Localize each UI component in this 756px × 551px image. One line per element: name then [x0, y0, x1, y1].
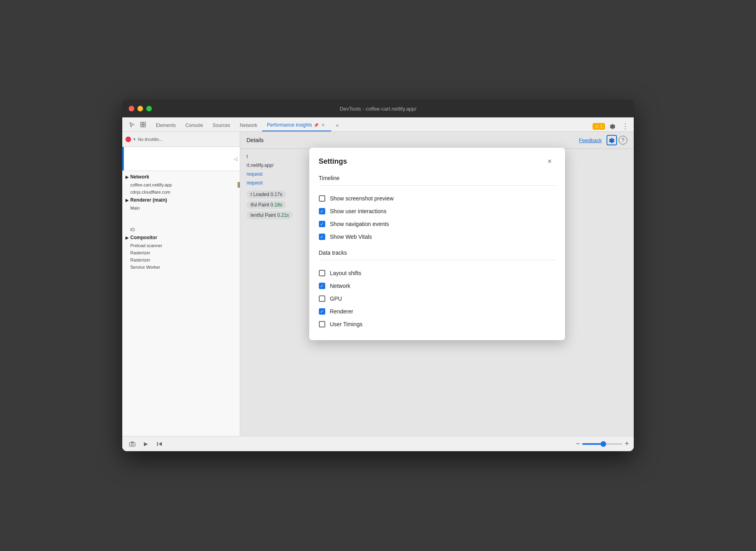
tab-performance-insights[interactable]: Performance insights 📌 ✕: [262, 119, 331, 131]
section-network-label: Network: [130, 174, 149, 180]
devtools-body: Elements Console Sources Network Perform…: [122, 117, 634, 451]
tab-more[interactable]: »: [331, 120, 344, 131]
settings-icon-btn[interactable]: [607, 121, 618, 131]
record-button[interactable]: [125, 137, 131, 142]
checkbox-navigation-events[interactable]: [319, 221, 325, 227]
traffic-lights: [129, 106, 152, 111]
list-item-rasterizer-1[interactable]: Rasterizer: [122, 249, 240, 256]
option-navigation-events[interactable]: Show navigation events: [319, 218, 555, 230]
svg-rect-6: [131, 442, 133, 443]
minimize-traffic-light[interactable]: [137, 106, 143, 111]
section-compositor[interactable]: ▶ Compositor: [122, 233, 240, 242]
left-list: ▶ Network coffee-cart.netlify.app cdnjs.…: [122, 171, 240, 436]
checkbox-user-interactions[interactable]: [319, 208, 325, 214]
play-icon: ▶: [144, 441, 148, 447]
data-tracks-divider: [319, 260, 555, 260]
bar-blue: [239, 182, 240, 188]
settings-title: Settings: [319, 157, 347, 166]
svg-rect-3: [143, 125, 145, 127]
list-item-io[interactable]: IO: [122, 226, 240, 233]
warning-count: 1: [600, 124, 603, 129]
label-navigation-events: Show navigation events: [330, 221, 389, 227]
option-screenshot-preview[interactable]: Show screenshot preview: [319, 192, 555, 205]
right-panel: Details Feedback ? t: [240, 132, 634, 436]
timeline-arrow-icon: ◁: [234, 156, 237, 162]
svg-rect-2: [141, 125, 143, 127]
option-layout-shifts[interactable]: Layout shifts: [319, 267, 555, 279]
label-layout-shifts: Layout shifts: [330, 270, 362, 276]
svg-rect-0: [141, 122, 143, 124]
tab-sources[interactable]: Sources: [208, 120, 235, 131]
list-item-main[interactable]: Main: [122, 204, 240, 212]
timeline-divider: [319, 185, 555, 186]
zoom-out-button[interactable]: −: [576, 440, 580, 448]
list-item-empty1: [122, 212, 240, 219]
title-bar: DevTools - coffee-cart.netlify.app/: [122, 100, 634, 117]
tab-pin-icon: 📌: [314, 123, 318, 127]
more-options-icon[interactable]: ⋮: [620, 121, 631, 131]
label-renderer: Renderer: [330, 308, 353, 315]
checkbox-network[interactable]: [319, 283, 325, 289]
arrow-icon-renderer: ▶: [125, 198, 129, 202]
option-network[interactable]: Network: [319, 279, 555, 292]
option-user-interactions[interactable]: Show user interactions: [319, 205, 555, 218]
tab-left-icons: [124, 117, 151, 131]
list-item-coffee-cart[interactable]: coffee-cart.netlify.app: [122, 181, 240, 188]
checkbox-web-vitals[interactable]: [319, 234, 325, 240]
checkbox-screenshot-preview[interactable]: [319, 195, 325, 202]
label-user-interactions: Show user interactions: [330, 208, 387, 214]
option-user-timings[interactable]: User Timings: [319, 318, 555, 331]
screenshot-button[interactable]: [127, 439, 137, 449]
mini-bar-coffee: [237, 182, 240, 188]
option-web-vitals[interactable]: Show Web Vitals: [319, 230, 555, 243]
label-network: Network: [330, 283, 350, 289]
checkbox-renderer[interactable]: [319, 308, 325, 315]
maximize-traffic-light[interactable]: [146, 106, 152, 111]
bottom-bar: ▶ − +: [122, 436, 634, 451]
left-panel: ▾ No throttlin... ◁ ▶ Network cof: [122, 132, 240, 436]
warning-badge[interactable]: ⚠ 1: [593, 123, 605, 130]
checkbox-user-timings[interactable]: [319, 321, 325, 327]
throttle-label: No throttlin...: [138, 137, 163, 142]
label-web-vitals: Show Web Vitals: [330, 234, 372, 240]
zoom-controls: − +: [576, 440, 629, 448]
record-dropdown-arrow[interactable]: ▾: [133, 137, 135, 141]
cursor-icon[interactable]: [127, 120, 137, 129]
list-item-preload-scanner[interactable]: Preload scanner: [122, 242, 240, 249]
checkbox-gpu[interactable]: [319, 295, 325, 302]
close-traffic-light[interactable]: [129, 106, 134, 111]
svg-point-5: [131, 443, 133, 446]
modal-overlay: Settings × Timeline Show screenshot prev…: [240, 132, 634, 436]
svg-rect-1: [143, 122, 145, 124]
tab-console[interactable]: Console: [181, 120, 208, 131]
timeline-section-title: Timeline: [319, 175, 555, 181]
inspect-icon[interactable]: [138, 120, 148, 129]
timeline-blue-bar: [122, 147, 124, 170]
section-renderer[interactable]: ▶ Renderer (main): [122, 196, 240, 204]
svg-rect-7: [157, 442, 158, 446]
zoom-slider[interactable]: [582, 443, 622, 445]
network-toolbar: ▾ No throttlin...: [122, 132, 240, 147]
tab-close-button[interactable]: ✕: [320, 122, 326, 128]
section-compositor-label: Compositor: [130, 235, 157, 240]
settings-close-button[interactable]: ×: [544, 156, 555, 167]
zoom-thumb[interactable]: [601, 441, 606, 447]
option-gpu[interactable]: GPU: [319, 292, 555, 305]
zoom-in-button[interactable]: +: [625, 440, 629, 448]
list-item-empty2: [122, 219, 240, 226]
list-item-cdnjs[interactable]: cdnjs.cloudflare.com: [122, 188, 240, 196]
checkbox-layout-shifts[interactable]: [319, 270, 325, 276]
back-to-start-button[interactable]: [154, 439, 165, 449]
settings-modal: Settings × Timeline Show screenshot prev…: [309, 148, 565, 340]
tab-network[interactable]: Network: [235, 120, 262, 131]
option-renderer[interactable]: Renderer: [319, 305, 555, 318]
data-tracks-section-title: Data tracks: [319, 250, 555, 256]
tab-elements[interactable]: Elements: [151, 120, 181, 131]
warning-icon: ⚠: [595, 124, 599, 129]
settings-modal-header: Settings ×: [309, 148, 565, 173]
list-item-rasterizer-2[interactable]: Rasterizer: [122, 256, 240, 264]
play-button[interactable]: ▶: [141, 439, 151, 449]
window-title: DevTools - coffee-cart.netlify.app/: [340, 106, 416, 112]
section-network[interactable]: ▶ Network: [122, 172, 240, 181]
list-item-service-worker[interactable]: Service Worker: [122, 264, 240, 271]
